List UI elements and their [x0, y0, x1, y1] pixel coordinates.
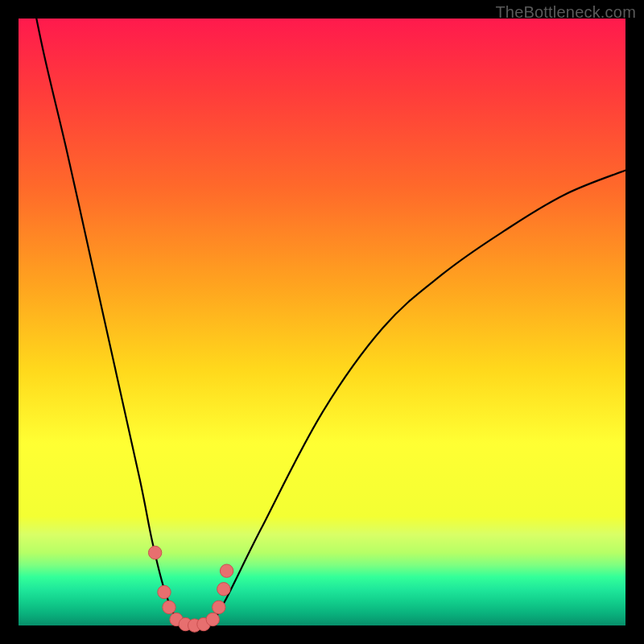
marker-point	[213, 601, 225, 613]
marker-point	[217, 583, 230, 596]
marker-point	[220, 564, 233, 577]
marker-group	[148, 546, 233, 632]
marker-point	[158, 585, 171, 598]
marker-point	[206, 613, 219, 625]
plot-area	[19, 19, 625, 625]
curve-layer	[19, 19, 625, 625]
watermark-text: TheBottleneck.com	[495, 3, 636, 22]
chart-stage: TheBottleneck.com	[0, 0, 644, 644]
marker-point	[163, 601, 175, 613]
bottleneck-curve	[25, 0, 625, 626]
marker-point	[148, 546, 161, 559]
